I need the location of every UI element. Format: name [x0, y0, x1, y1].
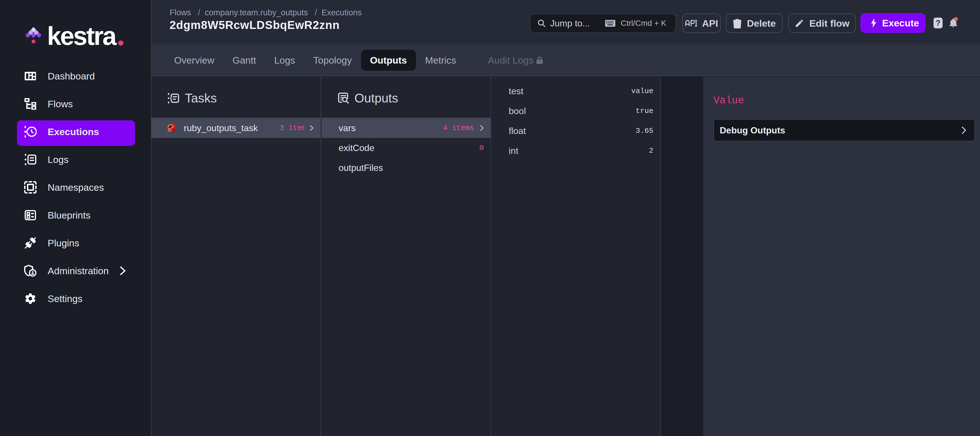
svg-text:kestra: kestra [47, 26, 117, 50]
